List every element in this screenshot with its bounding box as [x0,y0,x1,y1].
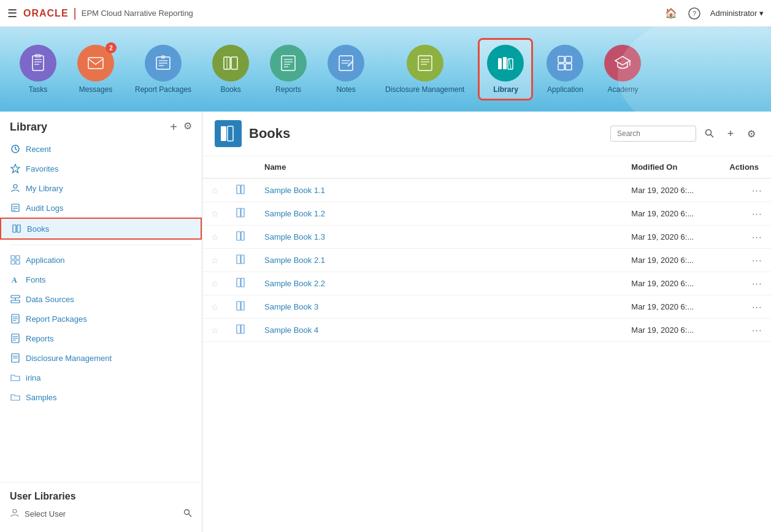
sidebar-item-application-label: Application [26,256,65,265]
svg-rect-34 [566,64,572,70]
svg-rect-2 [33,56,44,70]
search-button[interactable] [702,126,717,141]
svg-rect-69 [228,126,233,141]
nav-item-disclosure-management[interactable]: Disclosure Management [378,40,472,99]
row-actions-cell[interactable]: ··· [721,319,771,342]
favorite-star[interactable]: ☆ [211,256,219,265]
svg-rect-49 [16,260,20,264]
nav-item-academy[interactable]: Academy [597,40,648,99]
favorite-star[interactable]: ☆ [211,186,219,196]
sidebar-item-reports[interactable]: Reports [0,329,202,348]
row-name-cell[interactable]: Sample Book 3 [256,295,623,319]
row-actions-cell[interactable]: ··· [721,249,771,272]
sidebar-item-audit-logs-label: Audit Logs [26,203,63,213]
sidebar-item-irina[interactable]: irina [0,368,202,387]
content-settings-button[interactable]: ⚙ [744,126,759,141]
nav-item-reports[interactable]: Reports [263,40,314,99]
book-row-icon [236,233,245,243]
sidebar-item-report-packages[interactable]: Report Packages [0,309,202,329]
nav-item-notes[interactable]: Notes [320,40,372,99]
audit-logs-icon [10,202,21,213]
sidebar-item-application[interactable]: Application [0,250,202,270]
svg-rect-81 [241,278,244,287]
fonts-icon: A [10,274,21,285]
row-name-cell[interactable]: Sample Book 2.1 [256,249,623,272]
favorite-star[interactable]: ☆ [211,279,219,289]
sidebar-item-my-library[interactable]: My Library [0,178,202,198]
row-name-cell[interactable]: Sample Book 2.2 [256,272,623,295]
row-star-cell: ☆ [202,295,228,319]
sidebar-item-audit-logs[interactable]: Audit Logs [0,198,202,218]
sidebar-item-disclosure-management[interactable]: Disclosure Management [0,348,202,368]
nav-label-notes: Notes [336,85,355,94]
search-input[interactable] [610,126,696,142]
sidebar-settings-button[interactable]: ⚙ [183,120,192,134]
sidebar-item-fonts-label: Fonts [26,275,46,284]
select-user-item[interactable]: Select User [10,508,192,520]
nav-label-application: Application [547,85,583,94]
book-name-link[interactable]: Sample Book 2.1 [264,256,325,265]
book-name-link[interactable]: Sample Book 2.2 [264,279,325,288]
sidebar-item-report-packages-label: Report Packages [26,314,87,324]
sidebar-item-recent[interactable]: Recent [0,139,202,159]
row-actions-cell[interactable]: ··· [721,202,771,226]
nav-item-report-packages[interactable]: Report Packages [128,40,199,99]
library-icon [487,45,524,82]
row-actions-cell[interactable]: ··· [721,272,771,295]
home-icon[interactable]: 🏠 [664,6,678,21]
svg-rect-47 [16,256,20,259]
row-actions-cell[interactable]: ··· [721,226,771,249]
book-name-link[interactable]: Sample Book 1.3 [264,232,325,241]
nav-item-books[interactable]: Books [205,40,256,99]
nav-label-books: Books [220,85,240,94]
user-menu[interactable]: Administrator ▾ [710,9,764,18]
help-icon[interactable]: ? [687,6,702,21]
row-actions-cell[interactable]: ··· [721,178,771,202]
user-search-button[interactable] [183,509,192,519]
content-add-button[interactable]: + [723,126,738,141]
row-name-cell[interactable]: Sample Book 1.2 [256,202,623,226]
sidebar-item-fonts[interactable]: A Fonts [0,270,202,289]
nav-item-application[interactable]: Application [539,40,591,99]
col-modified: Modified On [623,156,721,178]
svg-rect-73 [241,185,244,194]
favorite-star[interactable]: ☆ [211,232,219,242]
sidebar-item-disclosure-label: Disclosure Management [26,354,112,363]
disclosure-icon [407,45,443,82]
row-name-cell[interactable]: Sample Book 4 [256,319,623,342]
book-name-link[interactable]: Sample Book 1.2 [264,209,325,218]
content-table-wrapper: Name Modified On Actions ☆ Sample Book 1… [202,156,771,532]
svg-rect-45 [17,225,20,232]
sidebar-item-data-sources[interactable]: Data Sources [0,289,202,309]
sidebar-item-books[interactable]: Books [0,218,202,240]
sidebar-item-favorites[interactable]: Favorites [0,159,202,178]
favorite-star[interactable]: ☆ [211,302,219,312]
book-name-link[interactable]: Sample Book 4 [264,325,318,335]
svg-rect-44 [13,225,16,232]
nav-item-messages[interactable]: 2 Messages [70,40,121,99]
hamburger-menu[interactable]: ☰ [7,7,17,20]
svg-rect-33 [558,64,564,70]
book-name-link[interactable]: Sample Book 1.1 [264,186,325,195]
samples-folder-icon [10,392,21,403]
favorite-star[interactable]: ☆ [211,209,219,219]
svg-rect-51 [11,295,20,298]
row-name-cell[interactable]: Sample Book 1.3 [256,226,623,249]
nav-label-library: Library [493,85,518,94]
messages-icon: 2 [77,45,114,82]
sidebar-add-button[interactable]: + [170,120,177,134]
irina-folder-icon [10,372,21,383]
svg-rect-15 [282,56,295,70]
svg-rect-82 [237,302,240,310]
sidebar-item-samples[interactable]: Samples [0,387,202,407]
nav-item-library[interactable]: Library [478,38,533,101]
book-name-link[interactable]: Sample Book 3 [264,302,318,311]
svg-rect-27 [498,58,502,69]
row-actions-cell[interactable]: ··· [721,295,771,319]
nav-item-tasks[interactable]: Tasks [12,40,64,99]
favorite-star[interactable]: ☆ [211,325,219,335]
row-star-cell: ☆ [202,249,228,272]
row-star-cell: ☆ [202,202,228,226]
row-name-cell[interactable]: Sample Book 1.1 [256,178,623,202]
book-row-icon [236,279,245,289]
